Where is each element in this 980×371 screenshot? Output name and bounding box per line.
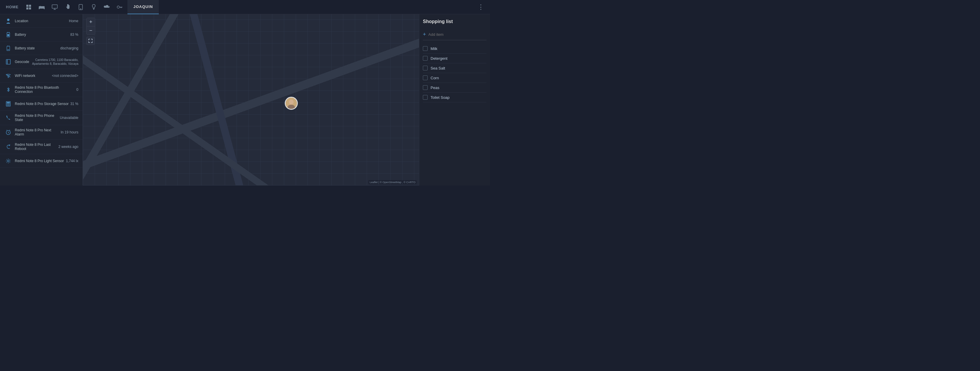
gear-icon <box>4 158 13 164</box>
checkbox-sea-salt[interactable] <box>423 66 428 70</box>
phone-label: Redmi Note 8 Pro Phone State <box>13 114 60 122</box>
nav-icon-grid[interactable] <box>23 2 34 13</box>
checkbox-detergent[interactable] <box>423 56 428 61</box>
wifi-value: <not connected> <box>52 74 78 78</box>
nav-icon-hand[interactable] <box>62 2 73 13</box>
active-tab[interactable]: JOAQUIN <box>127 0 159 14</box>
svg-rect-25 <box>7 46 10 51</box>
svg-point-20 <box>7 19 10 21</box>
zoom-in-button[interactable]: + <box>87 18 95 26</box>
storage-value: 31 % <box>70 102 78 106</box>
location-value: Home <box>69 19 78 23</box>
svg-point-16 <box>117 6 119 8</box>
battery-icon <box>4 32 13 37</box>
nav-icon-bed[interactable] <box>37 2 47 13</box>
svg-point-47 <box>289 100 294 104</box>
sensor-row-location: Location Home <box>0 14 83 28</box>
sensor-row-alarm: Redmi Note 8 Pro Next Alarm In 19 hours <box>0 125 83 140</box>
svg-rect-2 <box>26 7 29 10</box>
sensor-row-wifi: WiFi network <not connected> <box>0 69 83 83</box>
label-sea-salt: Sea Salt <box>431 66 445 70</box>
alarm-icon <box>4 130 13 135</box>
shopping-item-milk: Milk <box>423 44 487 54</box>
alarm-label: Redmi Note 8 Pro Next Alarm <box>13 128 60 136</box>
svg-rect-5 <box>39 8 40 9</box>
carto-link[interactable]: © CARTO <box>404 181 415 184</box>
nav-icon-bulb[interactable] <box>88 2 99 13</box>
checkbox-toilet-soap[interactable] <box>423 95 428 100</box>
geocode-label: Geocode <box>13 60 31 64</box>
svg-point-13 <box>80 9 81 9</box>
reboot-value: 2 weeks ago <box>59 145 78 149</box>
battery-state-value: discharging <box>60 46 78 50</box>
add-icon: + <box>423 31 426 38</box>
shopping-item-sea-salt: Sea Salt <box>423 63 487 73</box>
sensor-row-storage: Redmi Note 8 Pro Storage Sensor 31 % <box>0 97 83 111</box>
checkbox-corn[interactable] <box>423 75 428 80</box>
svg-line-44 <box>10 130 10 131</box>
svg-rect-9 <box>52 5 57 8</box>
svg-line-43 <box>6 130 7 131</box>
svg-rect-3 <box>29 7 31 10</box>
label-detergent: Detergent <box>431 56 447 61</box>
battery-label: Battery <box>13 33 70 37</box>
label-toilet-soap: Toilet Soap <box>431 95 450 100</box>
sensor-row-battery-state: Battery state discharging <box>0 41 83 55</box>
shopping-item-peas: Peas <box>423 83 487 92</box>
storage-icon <box>4 101 13 107</box>
sensor-row-phone: Redmi Note 8 Pro Phone State Unavailable <box>0 111 83 125</box>
wifi-label: WiFi network <box>13 74 52 78</box>
svg-rect-28 <box>7 49 10 50</box>
person-icon <box>4 18 13 24</box>
nav-home-label[interactable]: HOME <box>3 5 21 9</box>
bluetooth-label: Redmi Note 8 Pro Bluetooth Connection <box>13 86 76 94</box>
svg-rect-0 <box>26 5 29 7</box>
nav-icon-key[interactable] <box>115 2 125 13</box>
nav-icon-monitor[interactable] <box>49 2 60 13</box>
zoom-out-button[interactable]: − <box>87 26 95 35</box>
map-avatar <box>285 97 298 110</box>
bluetooth-value: 0 <box>76 88 78 92</box>
svg-rect-1 <box>29 5 31 7</box>
avatar-face <box>286 98 297 109</box>
phone-value: Unavailable <box>60 116 78 120</box>
sensor-panel: Location Home Battery 83 % <box>0 14 83 186</box>
leaflet-link[interactable]: Leaflet <box>370 181 378 184</box>
sensor-row-bluetooth: Redmi Note 8 Pro Bluetooth Connection 0 <box>0 83 83 97</box>
battery-value: 83 % <box>70 33 78 37</box>
location-label: Location <box>13 19 69 23</box>
map-book-icon <box>4 59 13 64</box>
geocode-value: Carretera 1700, 1100 Baracaldo, Apartame… <box>31 58 78 66</box>
sensor-row-light: Redmi Note 8 Pro Light Sensor 1,744 lx <box>0 154 83 168</box>
label-corn: Corn <box>431 76 439 80</box>
checkbox-peas[interactable] <box>423 85 428 90</box>
svg-point-34 <box>8 77 9 78</box>
bluetooth-icon <box>4 87 13 92</box>
svg-rect-7 <box>39 6 45 7</box>
osm-link[interactable]: © OpenStreetMap <box>380 181 401 184</box>
svg-rect-24 <box>7 34 10 36</box>
avatar-circle <box>285 97 298 110</box>
map-area[interactable]: + − <box>83 14 419 186</box>
svg-point-45 <box>7 160 9 162</box>
sensor-row-battery: Battery 83 % <box>0 28 83 41</box>
top-nav: HOME <box>0 0 490 14</box>
add-item-row[interactable]: + <box>423 31 487 40</box>
checkbox-milk[interactable] <box>423 46 428 51</box>
add-item-input[interactable] <box>428 32 487 37</box>
map-fullscreen-button[interactable] <box>86 37 95 45</box>
shopping-item-corn: Corn <box>423 73 487 83</box>
nav-icon-cloud[interactable] <box>102 2 112 13</box>
nav-icon-tablet[interactable] <box>75 2 86 13</box>
more-icon[interactable]: ⋮ <box>475 3 487 11</box>
svg-line-42 <box>8 132 9 133</box>
reboot-label: Redmi Note 8 Pro Last Reboot <box>13 143 59 151</box>
main-content: Location Home Battery 83 % <box>0 14 490 186</box>
light-value: 1,744 lx <box>66 159 78 163</box>
phone-icon <box>4 115 13 120</box>
svg-rect-37 <box>7 102 10 103</box>
map-attribution: Leaflet | © OpenStreetMap , © CARTO <box>369 180 417 184</box>
alarm-value: In 19 hours <box>60 130 78 134</box>
sensor-row-reboot: Redmi Note 8 Pro Last Reboot 2 weeks ago <box>0 140 83 154</box>
sensor-row-geocode: Geocode Carretera 1700, 1100 Baracaldo, … <box>0 55 83 69</box>
